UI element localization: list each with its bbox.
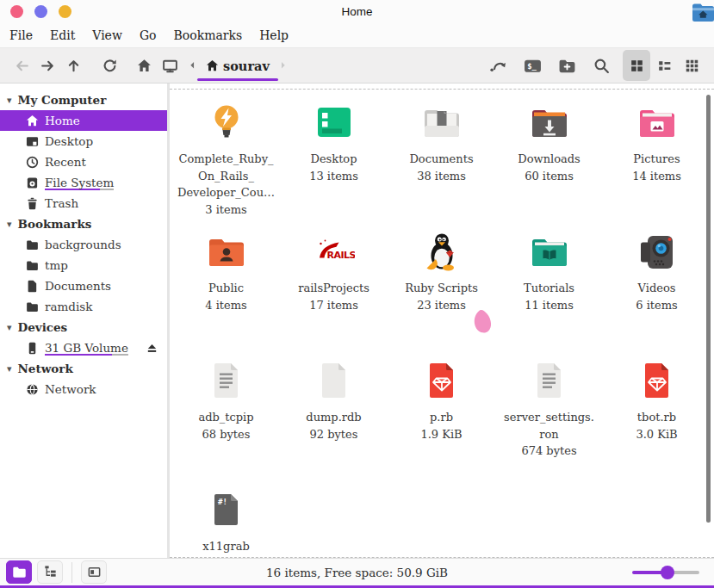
- file-name: Pictures: [605, 151, 709, 168]
- slider-handle[interactable]: [661, 566, 674, 579]
- eject-icon[interactable]: [146, 342, 158, 355]
- file-item-x11grab[interactable]: #!x11grab: [172, 489, 280, 558]
- collapse-arrow-icon[interactable]: ▾: [7, 363, 12, 374]
- sidebar-item-documents[interactable]: Documents: [0, 275, 167, 296]
- toolbar: sourav $_: [0, 47, 714, 84]
- file-manager-window: Home FileEditViewGoBookmarksHelp sourav: [0, 0, 714, 588]
- file-item-tbot-rb[interactable]: tbot.​rb3.0 KiB: [603, 360, 711, 489]
- file-item-tutorials[interactable]: Tutorials11 items: [495, 231, 603, 360]
- file-item-server-settings-ron[interactable]: server_​settings.​ron674 bytes: [495, 360, 603, 489]
- file-item-videos[interactable]: Videos6 items: [603, 231, 711, 360]
- sidebar-item-home[interactable]: Home: [0, 110, 167, 131]
- document-icon: [26, 280, 39, 293]
- open-terminal-button[interactable]: $_: [519, 52, 545, 79]
- sidebar-item-recent[interactable]: Recent: [0, 152, 167, 172]
- menu-go[interactable]: Go: [140, 28, 157, 42]
- tab-scroll-left-icon[interactable]: [184, 52, 200, 79]
- sidebar-section-bookmarks[interactable]: ▾Bookmarks: [0, 214, 167, 234]
- sidebar-item-network[interactable]: Network: [0, 379, 167, 399]
- compact-view-button[interactable]: [678, 50, 705, 81]
- sidebar-item-label: Recent: [45, 155, 86, 169]
- refresh-button[interactable]: [96, 52, 122, 79]
- sidebar-item-31-gb-volume[interactable]: 31 GB Volume: [0, 337, 167, 358]
- sidebar-item-label: Documents: [45, 279, 111, 293]
- menu-help[interactable]: Help: [259, 28, 289, 42]
- goto-location-button[interactable]: [485, 52, 511, 79]
- show-places-button[interactable]: [6, 560, 32, 584]
- volume-icon: [26, 342, 39, 355]
- toggle-side-pane-button[interactable]: [81, 560, 107, 584]
- file-grid: Complete_​Ruby_​On_​Rails_​Developer_​Co…: [172, 102, 711, 558]
- file-item-public[interactable]: Public4 items: [172, 231, 280, 360]
- search-button[interactable]: [588, 52, 614, 79]
- titlebar: Home: [0, 0, 714, 23]
- file-item-complete-ruby-on-rails-developer-cou[interactable]: Complete_​Ruby_​On_​Rails_​Developer_​Co…: [172, 102, 280, 231]
- ruby-file-icon: [421, 360, 463, 401]
- file-item-desktop[interactable]: Desktop13 items: [280, 102, 388, 231]
- menubar: FileEditViewGoBookmarksHelp: [0, 23, 714, 47]
- path-tab-sourav[interactable]: sourav: [202, 52, 274, 79]
- home-icon: [206, 59, 219, 72]
- file-meta: 11 items: [498, 297, 601, 314]
- detailed-list-view-button[interactable]: [650, 50, 678, 81]
- file-name: tbot.​rb: [605, 409, 709, 426]
- file-item-documents[interactable]: Documents38 items: [388, 102, 495, 231]
- file-name: Complete_​Ruby_​On_​Rails_​Developer_​Co…: [175, 151, 278, 201]
- icon-size-slider[interactable]: [632, 566, 699, 579]
- file-item-adb-tcpip[interactable]: adb_​tcpip68 bytes: [172, 360, 280, 489]
- trash-icon: [26, 197, 39, 210]
- new-folder-button[interactable]: [554, 52, 580, 79]
- text-file-icon: [206, 360, 247, 401]
- vertical-scrollbar[interactable]: [706, 95, 711, 523]
- places-sidebar: ▾My ComputerHomeDesktopRecentFile System…: [0, 84, 170, 558]
- file-name: Ruby Scripts: [390, 280, 494, 297]
- file-meta: 14 items: [605, 168, 709, 185]
- file-item-p-rb[interactable]: p.​rb1.9 KiB: [388, 360, 495, 489]
- collapse-arrow-icon[interactable]: ▾: [7, 322, 12, 333]
- sidebar-item-label: File System: [45, 176, 114, 190]
- collapse-arrow-icon[interactable]: ▾: [7, 95, 12, 106]
- up-button[interactable]: [60, 52, 86, 79]
- course-lightbulb-icon: [206, 102, 247, 143]
- menu-file[interactable]: File: [9, 28, 33, 42]
- file-item-railsprojects[interactable]: RAILSrailsProjects17 items: [280, 231, 388, 360]
- window-title: Home: [0, 5, 714, 18]
- forward-button[interactable]: [34, 52, 60, 79]
- folder-view[interactable]: Complete_​Ruby_​On_​Rails_​Developer_​Co…: [170, 84, 714, 558]
- sidebar-item-file-system[interactable]: File System: [0, 172, 167, 193]
- rails-logo-icon: RAILS: [314, 231, 355, 272]
- pictures-folder-icon: [636, 102, 678, 143]
- file-name: Public: [175, 280, 278, 297]
- sidebar-section-devices[interactable]: ▾Devices: [0, 317, 167, 337]
- home-button[interactable]: [131, 52, 157, 79]
- menu-view[interactable]: View: [92, 28, 122, 42]
- menu-edit[interactable]: Edit: [50, 28, 75, 42]
- public-folder-icon: [206, 231, 247, 272]
- sidebar-item-tmp[interactable]: tmp: [0, 255, 167, 275]
- desktop-icon: [26, 135, 39, 148]
- sidebar-item-desktop[interactable]: Desktop: [0, 131, 167, 152]
- show-directory-tree-button[interactable]: [37, 560, 63, 584]
- file-item-dump-rdb[interactable]: dump.​rdb92 bytes: [280, 360, 388, 489]
- file-item-pictures[interactable]: Pictures14 items: [603, 102, 711, 231]
- sidebar-section-my-computer[interactable]: ▾My Computer: [0, 90, 167, 110]
- sidebar-item-backgrounds[interactable]: backgrounds: [0, 234, 167, 255]
- menu-bookmarks[interactable]: Bookmarks: [174, 28, 243, 42]
- svg-text:RAILS: RAILS: [326, 250, 355, 261]
- tab-scroll-right-icon[interactable]: [276, 52, 291, 79]
- file-item-ruby-scripts[interactable]: Ruby Scripts23 items: [388, 231, 495, 360]
- svg-text:$_: $_: [527, 62, 537, 71]
- sidebar-section-network[interactable]: ▾Network: [0, 358, 167, 379]
- file-name: server_​settings.​ron: [498, 409, 601, 443]
- file-name: adb_​tcpip: [175, 409, 278, 426]
- home-icon: [26, 115, 39, 127]
- sidebar-item-trash[interactable]: Trash: [0, 193, 167, 214]
- file-meta: 38 items: [390, 168, 494, 185]
- sidebar-item-ramdisk[interactable]: ramdisk: [0, 296, 167, 317]
- collapse-arrow-icon[interactable]: ▾: [7, 219, 12, 230]
- file-item-downloads[interactable]: Downloads60 items: [495, 102, 603, 231]
- sidebar-item-label: Trash: [45, 196, 78, 210]
- show-desktop-button[interactable]: [157, 52, 183, 79]
- back-button[interactable]: [9, 52, 34, 79]
- icon-view-button[interactable]: [623, 50, 650, 81]
